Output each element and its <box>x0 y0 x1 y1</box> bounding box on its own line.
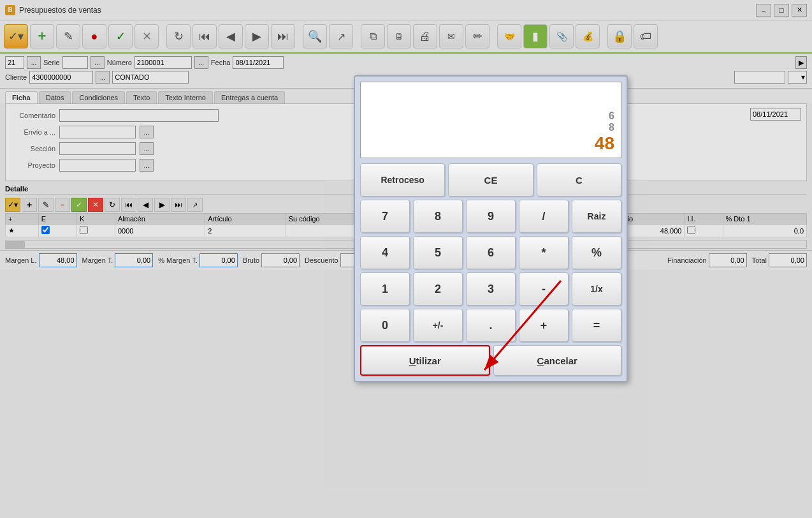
calc-8-button[interactable]: 8 <box>413 200 463 233</box>
calc-9-button[interactable]: 9 <box>466 200 516 233</box>
calc-row-3: 4 5 6 * % <box>360 236 621 269</box>
calc-display: 6 8 48 <box>360 82 621 158</box>
calc-backspace-button[interactable]: Retroceso <box>360 163 445 196</box>
calc-ce-button[interactable]: CE <box>448 163 533 196</box>
calc-5-button[interactable]: 5 <box>413 236 463 269</box>
calc-4-button[interactable]: 4 <box>360 236 410 269</box>
calc-result: 48 <box>595 133 614 154</box>
calculator: 6 8 48 Retroceso CE C 7 8 9 / Raiz 4 5 6… <box>354 75 628 270</box>
calc-line2: 8 <box>609 122 614 133</box>
calc-row-2: 7 8 9 / Raiz <box>360 200 621 233</box>
calc-sqrt-button[interactable]: Raiz <box>572 200 621 233</box>
calc-row-1: Retroceso CE C <box>360 163 621 196</box>
calc-c-button[interactable]: C <box>537 163 621 196</box>
calc-pct-button[interactable]: % <box>572 236 621 269</box>
calc-6-button[interactable]: 6 <box>466 236 516 269</box>
calc-7-button[interactable]: 7 <box>360 200 410 233</box>
calc-div-button[interactable]: / <box>519 200 569 233</box>
calc-line1: 6 <box>609 110 614 122</box>
calc-mul-button[interactable]: * <box>519 236 569 269</box>
